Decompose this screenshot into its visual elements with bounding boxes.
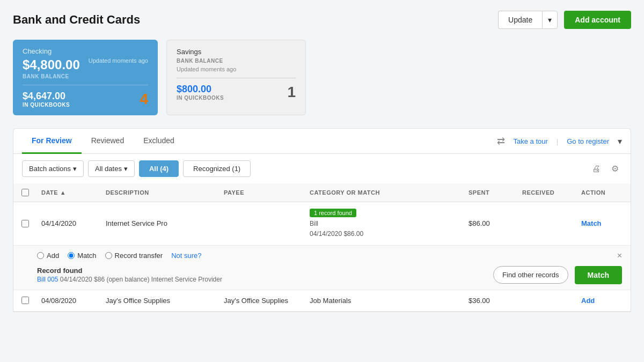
match-badge: 1 record found — [310, 209, 356, 217]
checking-bank-balance-label: BANK BALANCE — [23, 73, 80, 79]
jays-category: Job Materials — [305, 290, 464, 311]
internet-action: Match — [577, 202, 631, 245]
expanded-bottom: Record found Bill 005 04/14/2020 $86 (op… — [37, 266, 622, 284]
find-other-records-button[interactable]: Find other records — [493, 266, 568, 284]
match-button[interactable]: Match — [575, 266, 622, 284]
th-date: DATE ▲ — [37, 189, 101, 196]
tabs-list: For Review Reviewed Excluded — [22, 129, 184, 153]
jays-checkbox[interactable] — [21, 297, 29, 304]
savings-qb-balance: $800.00 — [177, 84, 224, 95]
toolbar: Batch actions ▾ All dates ▾ All (4) Reco… — [13, 154, 631, 183]
top-header: Bank and Credit Cards Update ▾ Add accou… — [13, 11, 631, 29]
all-dates-button[interactable]: All dates ▾ — [88, 160, 135, 177]
take-tour-link[interactable]: Take a tour — [514, 137, 548, 145]
bill-link[interactable]: Bill 005 — [37, 276, 58, 283]
radio-add[interactable] — [37, 252, 44, 259]
internet-category: 1 record found Bill 04/14/2020 $86.00 — [305, 202, 464, 245]
expanded-top: Add Match Record transfer Not sure? × — [37, 251, 622, 261]
jays-description: Jay's Office Supplies — [101, 290, 219, 311]
checking-card[interactable]: Checking $4,800.00 BANK BALANCE Updated … — [13, 40, 158, 115]
radio-group: Add Match Record transfer Not sure? — [37, 252, 202, 260]
savings-count: 1 — [287, 84, 296, 101]
filter-recognized-button[interactable]: Recognized (1) — [183, 160, 251, 177]
expanded-actions: Find other records Match — [493, 266, 622, 284]
expanded-row: Add Match Record transfer Not sure? × — [13, 246, 631, 290]
filter-all-button[interactable]: All (4) — [139, 160, 179, 177]
savings-card[interactable]: Savings BANK BALANCE Updated moments ago… — [166, 40, 306, 115]
table-row: 04/08/2020 Jay's Office Supplies Jay's O… — [13, 290, 631, 312]
internet-spent: $86.00 — [464, 202, 518, 245]
tab-excluded[interactable]: Excluded — [134, 129, 184, 154]
tabs-right-actions: ⇄ Take a tour | Go to register ▾ — [497, 135, 622, 147]
header-actions: Update ▾ Add account — [498, 11, 631, 29]
internet-received — [518, 202, 577, 245]
table-head: DATE ▲ DESCRIPTION PAYEE CATEGORY OR MAT… — [13, 183, 631, 202]
transactions-table: DATE ▲ DESCRIPTION PAYEE CATEGORY OR MAT… — [13, 183, 631, 312]
internet-date: 04/14/2020 — [37, 202, 101, 245]
update-arrow-button[interactable]: ▾ — [542, 11, 558, 29]
page-title: Bank and Credit Cards — [13, 13, 140, 27]
jays-add-link[interactable]: Add — [581, 297, 595, 305]
jays-spent: $36.00 — [464, 290, 518, 311]
th-checkbox — [13, 189, 37, 196]
radio-transfer[interactable] — [105, 252, 112, 259]
update-button[interactable]: Update — [498, 11, 542, 29]
checking-updated: Updated moments ago — [89, 57, 148, 64]
dates-arrow-icon: ▾ — [124, 165, 128, 173]
th-spent: SPENT — [464, 189, 518, 196]
checking-qb-label: IN QUICKBOOKS — [23, 102, 70, 108]
jays-action: Add — [577, 290, 631, 311]
internet-match-link[interactable]: Match — [581, 219, 602, 227]
radio-match[interactable] — [68, 252, 75, 259]
dropdown-arrow-icon: ▾ — [73, 165, 77, 173]
table-head-row: DATE ▲ DESCRIPTION PAYEE CATEGORY OR MAT… — [13, 183, 631, 202]
match-type: Bill — [310, 219, 318, 228]
checking-bank-balance: $4,800.00 — [23, 57, 80, 72]
select-all-checkbox[interactable] — [21, 189, 29, 196]
bill-detail: Bill 005 04/14/2020 $86 (open balance) I… — [37, 276, 222, 283]
jays-checkbox-cell — [13, 290, 37, 311]
internet-description: Internet Service Pro — [101, 202, 219, 245]
jays-payee: Jay's Office Supplies — [219, 290, 305, 311]
savings-qb-label: IN QUICKBOOKS — [177, 95, 224, 101]
record-found-section: Record found Bill 005 04/14/2020 $86 (op… — [37, 267, 222, 283]
jays-received — [518, 290, 577, 311]
savings-updated: Updated moments ago — [177, 66, 236, 72]
tab-reviewed[interactable]: Reviewed — [82, 129, 134, 154]
go-to-register-link[interactable]: Go to register — [567, 137, 609, 145]
th-category: CATEGORY OR MATCH — [305, 189, 464, 196]
batch-actions-button[interactable]: Batch actions ▾ — [22, 160, 84, 177]
jays-date: 04/08/2020 — [37, 290, 101, 311]
record-found-label: Record found — [37, 267, 222, 275]
radio-transfer-label[interactable]: Record transfer — [105, 252, 163, 260]
internet-checkbox[interactable] — [21, 220, 29, 227]
tab-for-review[interactable]: For Review — [22, 129, 82, 154]
savings-bank-balance-label: BANK BALANCE — [177, 58, 236, 64]
not-sure-link[interactable]: Not sure? — [171, 252, 201, 260]
add-account-button[interactable]: Add account — [564, 11, 631, 29]
tabs-section: For Review Reviewed Excluded ⇄ Take a to… — [13, 128, 631, 154]
internet-checkbox-cell — [13, 202, 37, 245]
radio-add-label[interactable]: Add — [37, 252, 59, 260]
settings-icon[interactable]: ⚙ — [608, 161, 622, 176]
th-action: ACTION — [577, 189, 631, 196]
print-icon[interactable]: 🖨 — [589, 162, 604, 176]
th-received: RECEIVED — [518, 189, 577, 196]
match-detail: 04/14/2020 $86.00 — [310, 230, 363, 239]
checking-count: 4 — [140, 91, 148, 108]
transfer-icon: ⇄ — [497, 135, 505, 147]
table-row: 04/14/2020 Internet Service Pro 1 record… — [13, 202, 631, 246]
tabs-header: For Review Reviewed Excluded ⇄ Take a to… — [13, 129, 631, 154]
th-payee: PAYEE — [219, 189, 305, 196]
th-description: DESCRIPTION — [101, 189, 219, 196]
checking-qb-balance: $4,647.00 — [23, 91, 70, 102]
chevron-down-icon[interactable]: ▾ — [618, 136, 622, 146]
account-cards: Checking $4,800.00 BANK BALANCE Updated … — [13, 40, 631, 115]
checking-label: Checking — [23, 47, 148, 55]
internet-row-grid: 04/14/2020 Internet Service Pro 1 record… — [13, 202, 631, 245]
radio-match-label[interactable]: Match — [68, 252, 96, 260]
savings-label: Savings — [177, 48, 296, 56]
internet-payee — [219, 202, 305, 245]
jays-row-grid: 04/08/2020 Jay's Office Supplies Jay's O… — [13, 290, 631, 311]
close-icon[interactable]: × — [617, 251, 622, 261]
